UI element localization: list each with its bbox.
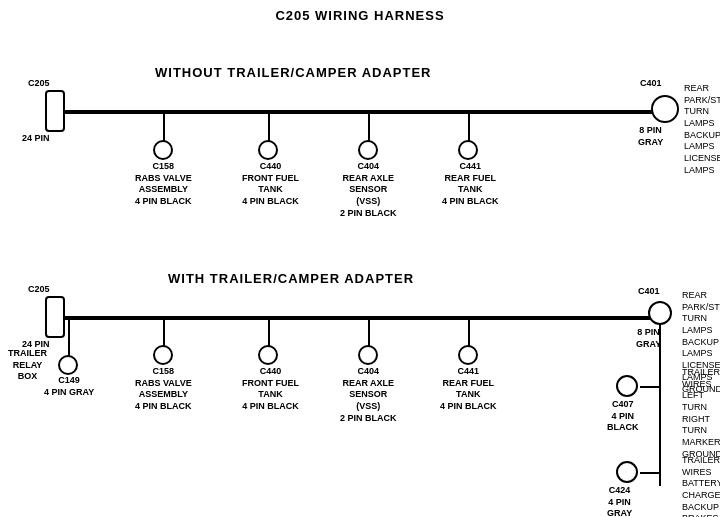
- c424-label: C4244 PINGRAY: [607, 485, 632, 517]
- c401-top-circle: [651, 95, 679, 123]
- c149-label: C1494 PIN GRAY: [44, 375, 94, 398]
- section1-label: WITHOUT TRAILER/CAMPER ADAPTER: [155, 65, 432, 80]
- c158-top-label: C158RABS VALVEASSEMBLY4 PIN BLACK: [135, 161, 192, 208]
- c441-bot-label: C441REAR FUELTANK4 PIN BLACK: [440, 366, 497, 413]
- c440-bot-label: C440FRONT FUELTANK4 PIN BLACK: [242, 366, 299, 413]
- c404-bot-label: C404REAR AXLESENSOR(VSS)2 PIN BLACK: [340, 366, 397, 424]
- c441-bot-circle: [458, 345, 478, 365]
- c440-top-circle: [258, 140, 278, 160]
- c440-top-label: C440FRONT FUELTANK4 PIN BLACK: [242, 161, 299, 208]
- c205-top-sub: 24 PIN: [22, 133, 50, 145]
- c407-hline: [640, 386, 660, 388]
- c441-top-circle: [458, 140, 478, 160]
- c158-bot-label: C158RABS VALVEASSEMBLY4 PIN BLACK: [135, 366, 192, 413]
- c404-top-circle: [358, 140, 378, 160]
- c440-bot-vline: [268, 316, 270, 346]
- bot-main-hline: [60, 316, 670, 320]
- c205-top-rect: [45, 90, 65, 132]
- c407-circle: [616, 375, 638, 397]
- section2-label: WITH TRAILER/CAMPER ADAPTER: [168, 271, 414, 286]
- c158-bot-vline: [163, 316, 165, 346]
- c401-top-sub: 8 PINGRAY: [638, 125, 663, 148]
- c401-bot-label: C401: [638, 286, 660, 298]
- c401-top-right-label: REAR PARK/STOPTURN LAMPSBACKUP LAMPSLICE…: [684, 83, 720, 177]
- page-title: C205 WIRING HARNESS: [0, 0, 720, 23]
- c158-top-vline: [163, 111, 165, 141]
- c440-top-vline: [268, 111, 270, 141]
- diagram-container: WITHOUT TRAILER/CAMPER ADAPTER C205 24 P…: [0, 23, 720, 517]
- c158-top-circle: [153, 140, 173, 160]
- c205-top-label: C205: [28, 78, 50, 90]
- c407-right-label: TRAILER WIRESLEFT TURNRIGHT TURNMARKERGR…: [682, 367, 720, 461]
- c404-top-label: C404REAR AXLESENSOR(VSS)2 PIN BLACK: [340, 161, 397, 219]
- c407-label: C4074 PINBLACK: [607, 399, 639, 434]
- c424-hline: [640, 472, 660, 474]
- c205-bot-label: C205: [28, 284, 50, 296]
- c441-bot-vline: [468, 316, 470, 346]
- c441-top-vline: [468, 111, 470, 141]
- c205-bot-rect: [45, 296, 65, 338]
- c424-circle: [616, 461, 638, 483]
- c404-bot-circle: [358, 345, 378, 365]
- c149-circle: [58, 355, 78, 375]
- c404-top-vline: [368, 111, 370, 141]
- c149-vline: [68, 316, 70, 356]
- c441-top-label: C441REAR FUELTANK4 PIN BLACK: [442, 161, 499, 208]
- c440-bot-circle: [258, 345, 278, 365]
- c424-right-label: TRAILER WIRESBATTERY CHARGEBACKUPBRAKES: [682, 455, 720, 517]
- c401-bot-circle: [648, 301, 672, 325]
- c404-bot-vline: [368, 316, 370, 346]
- c158-bot-circle: [153, 345, 173, 365]
- top-main-hline: [60, 110, 670, 114]
- c401-top-label: C401: [640, 78, 662, 90]
- c149-extra: TRAILERRELAYBOX: [8, 348, 47, 383]
- c401-bot-sub: 8 PINGRAY: [636, 327, 661, 350]
